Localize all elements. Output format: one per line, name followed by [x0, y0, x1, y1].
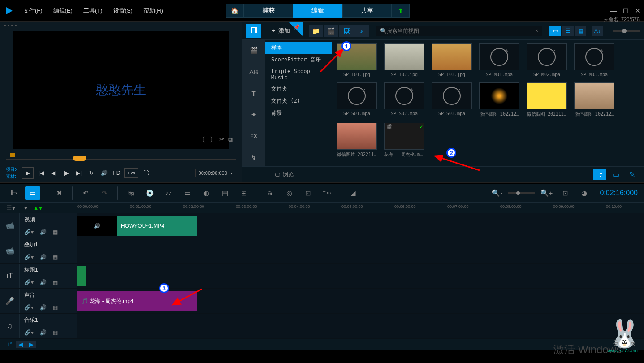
menu-settings[interactable]: 设置(S) [113, 7, 133, 15]
play-button[interactable]: ▶ [22, 167, 34, 179]
track-overlay-content[interactable] [77, 238, 644, 263]
prev-frame-button[interactable]: ◀| [49, 168, 59, 178]
filter-video-button[interactable]: 🎬 [324, 25, 338, 37]
cat-fx-icon[interactable]: FX [247, 130, 260, 143]
zoom-out-button[interactable]: 🔍- [489, 186, 505, 200]
clip-audio[interactable]: 🎵 花海 - 周杰伦.mp4 [77, 291, 197, 311]
mute-icon[interactable]: 🔊 [40, 254, 47, 260]
tool-subtitle[interactable]: ▭ [180, 186, 195, 200]
cat-graphics-icon[interactable]: ✦ [247, 108, 260, 121]
track-video-icon[interactable]: 📹 [0, 213, 20, 238]
track-title-icon[interactable]: ıT [0, 264, 20, 288]
storyboard-view-button[interactable]: 🎞 [6, 186, 22, 200]
window-minimize-icon[interactable]: — [610, 7, 617, 14]
scroll-left-button[interactable]: ◀ [16, 341, 26, 348]
library-item[interactable]: SP-S01.mpa [337, 82, 377, 117]
tool-chapter[interactable]: ▤ [217, 186, 233, 200]
tab-share[interactable]: 共享 [342, 4, 392, 18]
view-list-button[interactable]: ☰ [562, 26, 574, 36]
tab-edit[interactable]: 编辑 [293, 4, 342, 18]
tool-motion[interactable]: ≋ [263, 186, 278, 200]
menu-tools[interactable]: 工具(T) [83, 7, 103, 15]
scrub-handle[interactable] [73, 156, 86, 161]
preview-scrubber[interactable] [6, 153, 236, 162]
clip-video[interactable]: HOWYOU~1.MP4 [117, 216, 197, 236]
library-item[interactable]: SP-M03.mpa [574, 43, 614, 77]
tab-capture[interactable]: 捕获 [244, 4, 293, 18]
zoom-in-button[interactable]: 🔍+ [539, 186, 554, 200]
undo-button[interactable]: ↶ [78, 186, 93, 200]
link-icon[interactable]: 🔗▾ [24, 329, 34, 336]
mark-in-button[interactable]: 〔 [199, 136, 206, 144]
clip-title[interactable] [77, 266, 86, 286]
split-button[interactable]: ✂ [219, 136, 225, 144]
tool-multi[interactable]: ◐ [199, 186, 214, 200]
track-music-icon[interactable]: ♫ [0, 314, 20, 338]
link-icon[interactable]: 🔗▾ [24, 279, 34, 285]
aspect-button[interactable]: 16:9 [124, 168, 138, 178]
fullscreen-button[interactable]: ⛶ [141, 168, 151, 178]
sort-button[interactable]: A↓ [592, 26, 603, 36]
tool-disc[interactable]: 💿 [142, 186, 157, 200]
next-frame-button[interactable]: |▶ [61, 168, 71, 178]
fit-button[interactable]: ⊡ [558, 186, 573, 200]
tool-audio[interactable]: ♪♪ [161, 186, 176, 200]
search-input[interactable] [387, 28, 535, 34]
mute-icon[interactable]: 🔊 [40, 279, 47, 285]
tool-track[interactable]: ⊡ [300, 186, 316, 200]
track-sound-icon[interactable]: 🎤 [0, 289, 20, 313]
loop-button[interactable]: ↻ [86, 168, 96, 178]
mute-icon[interactable]: 🔊 [40, 304, 47, 311]
duration-button[interactable]: ◕ [576, 186, 592, 200]
library-item[interactable]: 微信截图_202212… [574, 82, 614, 117]
library-item[interactable]: SP-M02.mpa [527, 43, 567, 77]
library-item[interactable]: 🎬✓花海 - 周杰伦.mp4 [384, 123, 424, 158]
library-item[interactable]: 微信图片_202211… [337, 123, 377, 158]
zoom-slider[interactable] [508, 192, 535, 194]
menu-edit[interactable]: 编辑(E) [53, 7, 73, 15]
library-item[interactable]: 微信截图_202212… [527, 82, 567, 117]
cat-transitions-icon[interactable]: AB [247, 65, 260, 78]
filter-image-button[interactable]: 🖼 [339, 25, 354, 37]
tree-folder[interactable]: 文件夹 [265, 83, 332, 95]
menu-file[interactable]: 文件(F) [23, 7, 43, 15]
mute-icon[interactable]: 🔊 [40, 229, 47, 235]
redo-button[interactable]: ↷ [97, 186, 112, 200]
library-item[interactable]: 微信截图_202212… [479, 82, 519, 117]
panel-edit-icon[interactable]: ✎ [626, 169, 638, 180]
cat-paths-icon[interactable]: ↯ [247, 151, 260, 164]
volume-button[interactable]: 🔊 [99, 168, 109, 178]
preview-mode-project[interactable]: 项目:- [6, 166, 17, 173]
import-folder-button[interactable]: 📁 [309, 25, 323, 37]
tree-background[interactable]: 背景 [265, 107, 332, 119]
scroll-right-button[interactable]: ▶ [26, 341, 36, 348]
link-icon[interactable]: 🔗▾ [24, 304, 34, 311]
view-thumb-button[interactable]: ▭ [549, 26, 561, 36]
library-item[interactable]: SP-I02.jpg [384, 43, 424, 77]
lock-icon[interactable]: ▦ [53, 329, 58, 336]
tool-grid[interactable]: ⊞ [236, 186, 251, 200]
tab-home[interactable]: 🏠 [226, 4, 244, 18]
library-item[interactable]: SP-M01.mpa [479, 43, 519, 77]
add-track-button[interactable]: +⟟ [6, 341, 12, 348]
snapshot-button[interactable]: ⧉ [228, 136, 233, 144]
browse-button[interactable]: 🖵 浏览 [275, 171, 294, 178]
window-close-icon[interactable]: ✕ [635, 7, 640, 14]
preview-options-icon[interactable] [0, 22, 242, 29]
thumbnail-size-slider[interactable] [613, 30, 640, 32]
panel-library-icon[interactable]: 🗂 [593, 169, 606, 180]
cat-media-icon[interactable]: 🎬 [247, 43, 260, 57]
timeline-view-button[interactable]: ▭ [25, 186, 40, 200]
lock-icon[interactable]: ▦ [53, 304, 58, 311]
go-end-button[interactable]: ▶| [74, 168, 84, 178]
clip-video-thumb[interactable]: 🔊 [77, 216, 117, 236]
filter-audio-button[interactable]: ♪ [354, 25, 369, 37]
lock-icon[interactable]: ▦ [53, 229, 58, 235]
hd-button[interactable]: HD [112, 168, 121, 178]
cat-titles-icon[interactable]: T [247, 86, 260, 100]
menu-help[interactable]: 帮助(H) [143, 7, 163, 15]
track-video-content[interactable]: 🔊 HOWYOU~1.MP4 [77, 213, 644, 238]
tree-triplescoop[interactable]: Triple Scoop Music [265, 66, 332, 83]
add-folder-button[interactable]: + 添加 📌 [263, 27, 299, 35]
view-grid-button[interactable]: ▦ [575, 26, 586, 36]
